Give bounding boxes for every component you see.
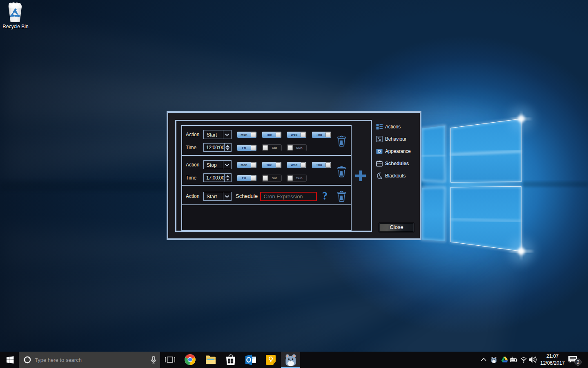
svg-text:2: 2 <box>577 359 579 365</box>
